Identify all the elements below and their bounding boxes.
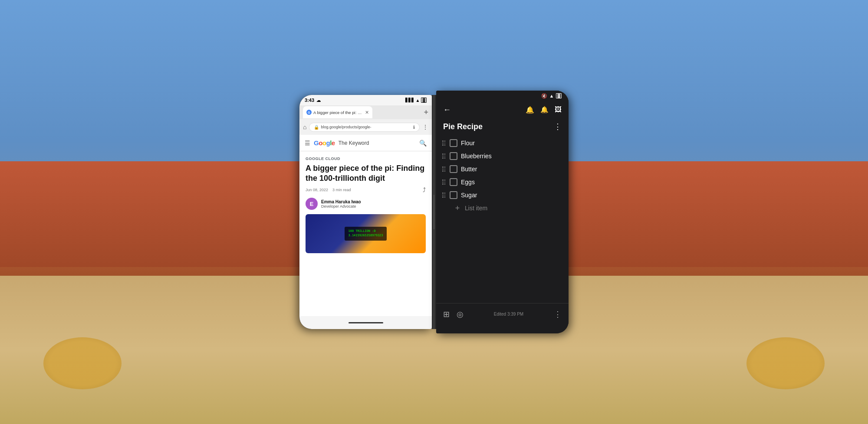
author-name: Emma Haruka Iwao (321, 199, 361, 204)
google-logo: Google (314, 139, 335, 147)
keep-top-bar: ← 🔔 🔔 🖼 (436, 101, 569, 118)
note-title: Pie Recipe (443, 122, 483, 131)
search-icon[interactable]: 🔍 (419, 140, 427, 147)
keep-bottom-icons: ⊞ ◎ (443, 310, 464, 319)
home-indicator (349, 322, 383, 323)
active-tab[interactable]: G A bigger piece of the pi: Fin... ✕ (303, 106, 372, 118)
list-item: Flour (436, 137, 569, 150)
drag-handle (441, 192, 446, 198)
author-info: Emma Haruka Iwao Developer Advocate (321, 199, 361, 209)
home-icon[interactable]: ⌂ (303, 124, 306, 130)
right-bottom-indicator (436, 325, 569, 333)
wifi-icon-right: ▲ (549, 93, 554, 98)
tab-title: A bigger piece of the pi: Fin... (313, 110, 363, 115)
article-title: A bigger piece of the pi: Finding the 10… (306, 163, 426, 183)
article-author: E Emma Haruka Iwao Developer Advocate (306, 198, 426, 210)
note-more-button[interactable]: ⋮ (554, 122, 562, 131)
weather-icon: ☁ (316, 98, 321, 103)
address-bar: ⌂ 🔒 blog.google/products/google- ℹ ⋮ (299, 119, 432, 135)
mute-icon: 🔇 (541, 93, 547, 99)
left-status-icons: ▋▋▋ ▲ ▓ (405, 98, 427, 103)
keep-top-icons: 🔔 🔔 🖼 (526, 106, 562, 114)
back-button[interactable]: ← (443, 105, 451, 114)
bottom-more-button[interactable]: ⋮ (554, 310, 562, 319)
google-search-bar: ☰ Google The Keyword 🔍 (299, 135, 432, 151)
add-content-icon[interactable]: ⊞ (443, 310, 450, 319)
signal-icon: ▋▋▋ (405, 98, 414, 102)
new-tab-button[interactable]: + (424, 108, 428, 116)
checkbox[interactable] (450, 165, 457, 173)
item-text: Butter (461, 166, 563, 173)
checkbox[interactable] (450, 178, 457, 186)
battery-icon-right: ▓ (556, 93, 562, 98)
list-item: Butter (436, 163, 569, 176)
drag-handle (441, 140, 446, 146)
lock-icon: 🔒 (314, 125, 319, 130)
chair-left (43, 337, 122, 389)
url-text: blog.google/products/google- (321, 125, 411, 129)
right-status-icons: 🔇 ▲ ▓ (541, 93, 562, 99)
palette-icon[interactable]: ◎ (457, 310, 464, 319)
author-role: Developer Advocate (321, 204, 361, 209)
drag-handle (441, 153, 446, 159)
keep-list: Flour Blueberries Bu (436, 135, 569, 303)
author-avatar: E (306, 198, 318, 210)
time-display: 3:43 (305, 98, 314, 103)
url-field[interactable]: 🔒 blog.google/products/google- ℹ (309, 123, 420, 132)
drag-handle (441, 166, 446, 172)
battery-icon-left: ▓ (421, 98, 427, 103)
item-text: Blueberries (461, 153, 563, 160)
phone-device: 3:43 ☁ ▋▋▋ ▲ ▓ G A bigger piece of the p… (299, 91, 569, 333)
list-item: Blueberries (436, 150, 569, 163)
reminder-icon[interactable]: 🔔 (540, 106, 549, 114)
pi-display: 100 TRILLION :D 3.14159265358979323 (345, 227, 386, 241)
list-item: Eggs (436, 176, 569, 189)
tab-bar: G A bigger piece of the pi: Fin... ✕ + (299, 105, 432, 119)
phone-hinge (432, 95, 436, 329)
tab-favicon: G (306, 110, 312, 115)
right-panel-keep: 🔇 ▲ ▓ ← 🔔 🔔 🖼 Pie Recipe ⋮ (436, 91, 569, 333)
left-status-bar: 3:43 ☁ ▋▋▋ ▲ ▓ (299, 95, 432, 105)
search-text[interactable]: The Keyword (339, 140, 416, 146)
left-home-indicator-bar (299, 316, 432, 329)
add-item-label[interactable]: List item (465, 205, 487, 212)
tab-close-button[interactable]: ✕ (365, 110, 369, 115)
checkbox[interactable] (450, 152, 457, 160)
notification-icon[interactable]: 🔔 (526, 106, 534, 114)
right-status-bar: 🔇 ▲ ▓ (436, 91, 569, 101)
edit-timestamp: Edited 3:39 PM (494, 312, 523, 316)
item-text: Sugar (461, 192, 563, 199)
image-button[interactable]: 🖼 (555, 106, 562, 114)
article-meta: Jun 08, 2022 3 min read ⤴ (306, 186, 426, 193)
wifi-icon-left: ▲ (416, 98, 420, 103)
keep-bottom-bar: ⊞ ◎ Edited 3:39 PM ⋮ (436, 303, 569, 325)
checkbox[interactable] (450, 191, 457, 199)
info-icon[interactable]: ℹ (413, 125, 415, 130)
add-item-row[interactable]: + List item (436, 202, 569, 215)
browser-more-icon[interactable]: ⋮ (422, 124, 428, 130)
item-text: Flour (461, 140, 563, 147)
article-tag: GOOGLE CLOUD (306, 157, 426, 161)
article-thumbnail: 100 TRILLION :D 3.14159265358979323 (306, 214, 426, 253)
hamburger-icon[interactable]: ☰ (305, 140, 310, 147)
item-text: Eggs (461, 179, 563, 186)
add-item-icon[interactable]: + (454, 204, 461, 212)
article-date: Jun 08, 2022 3 min read (306, 188, 351, 192)
article-content: GOOGLE CLOUD A bigger piece of the pi: F… (299, 151, 432, 316)
left-panel-chrome: 3:43 ☁ ▋▋▋ ▲ ▓ G A bigger piece of the p… (299, 95, 432, 329)
drag-handle (441, 179, 446, 185)
share-icon[interactable]: ⤴ (423, 186, 426, 193)
chair-right (746, 337, 825, 389)
list-item: Sugar (436, 189, 569, 202)
checkbox[interactable] (450, 139, 457, 147)
note-title-bar: Pie Recipe ⋮ (436, 118, 569, 135)
